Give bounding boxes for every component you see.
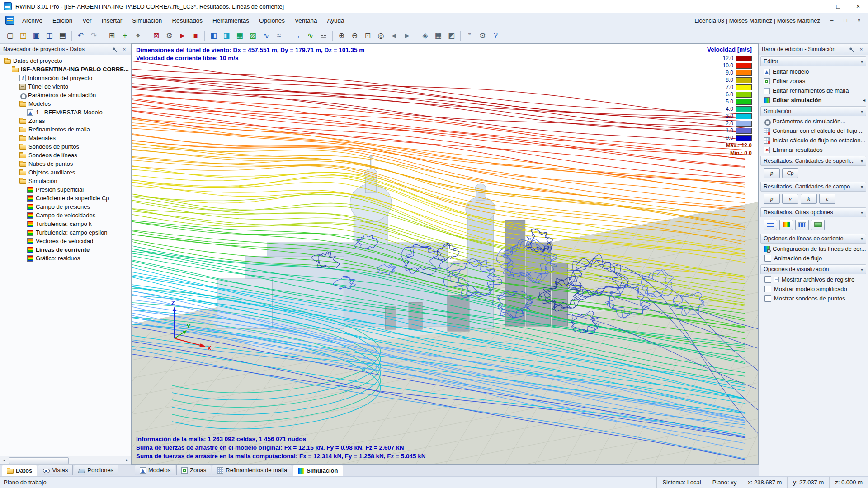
result-button-p[interactable]: p <box>764 168 780 178</box>
streamlines-button[interactable]: ∿ <box>304 29 317 42</box>
result-button-p[interactable]: p <box>764 194 780 204</box>
cp-coefficient-button[interactable]: ◨ <box>220 29 233 42</box>
editbar-item-continuar-con-el-calculo-del-flujo[interactable]: Continuar con el cálculo del flujo ... <box>759 126 868 136</box>
simulation-parameters-button[interactable]: ⚙ <box>163 29 176 42</box>
check-option-animacion-de-flujo[interactable]: Animación de flujo <box>759 253 868 263</box>
edit-bar-close-icon[interactable]: × <box>858 46 865 53</box>
tree-item-campo-de-velocidades[interactable]: Campo de velocidades <box>0 211 131 220</box>
stop-simulation-button[interactable]: ■ <box>189 29 202 42</box>
tree-item-presion-superficial[interactable]: Presión superficial <box>0 185 131 194</box>
save-button[interactable]: ▣ <box>30 29 43 42</box>
program-options-button[interactable]: ⚙ <box>476 29 489 42</box>
tree-item-datos-del-proyecto[interactable]: Datos del proyecto <box>0 56 131 65</box>
section-header-resultados-cantidades-de-superfi[interactable]: Resultados. Cantidades de superfi...▾ <box>760 156 866 166</box>
tree-item-turbulencia-campo-epsilon[interactable]: Turbulencia: campo epsilon <box>0 228 131 237</box>
check-option-mostrar-archivos-de-registro[interactable]: Mostrar archivos de registro <box>759 275 868 284</box>
editbar-item-parametros-de-simulacion[interactable]: Parámetros de simulación... <box>759 117 868 126</box>
check-option-mostrar-sondeos-de-puntos[interactable]: Mostrar sondeos de puntos <box>759 294 868 303</box>
scrollbar-thumb[interactable] <box>9 457 69 464</box>
tree-item-turbulencia-campo-k[interactable]: Turbulencia: campo k <box>0 220 131 228</box>
turbulence-epsilon-button[interactable]: ≈ <box>273 29 286 42</box>
section-header-resultados-cantidades-de-campo[interactable]: Resultados. Cantidades de campo...▾ <box>760 182 866 192</box>
editbar-item-editar-refinamientos-de-malla[interactable]: Editar refinamientos de malla <box>759 86 868 95</box>
tree-item-nubes-de-puntos[interactable]: Nubes de puntos <box>0 160 131 168</box>
navigator-close-icon[interactable]: × <box>121 46 128 53</box>
section-header-editor[interactable]: Editor▾ <box>760 56 866 66</box>
section-header-opciones-de-lineas-de-corriente[interactable]: Opciones de líneas de corriente▾ <box>760 234 866 244</box>
section-header-simulacion[interactable]: Simulación▾ <box>760 106 866 116</box>
pressure-field-button[interactable]: ▦ <box>233 29 246 42</box>
tree-item-sondeos-de-lineas[interactable]: Sondeos de líneas <box>0 151 131 160</box>
editbar-item-eliminar-resultados[interactable]: Eliminar resultados <box>759 145 868 155</box>
editbar-item-editar-simulacion[interactable]: Editar simulación◄ <box>759 95 868 105</box>
result-button-v[interactable]: v <box>782 194 798 204</box>
undo-button[interactable]: ↶ <box>74 29 87 42</box>
section-header-opciones-de-visualizacion[interactable]: Opciones de visualización▾ <box>760 264 866 274</box>
redo-button[interactable]: ↷ <box>87 29 100 42</box>
scroll-right-icon[interactable]: ► <box>123 457 131 464</box>
checkbox[interactable] <box>764 276 771 283</box>
mdi-restore-button[interactable]: □ <box>839 15 852 26</box>
scrollbar-track[interactable] <box>8 457 123 463</box>
streamline-colored-button[interactable] <box>779 220 793 230</box>
tree-item-isf-argentina-ing-pablo-corre[interactable]: ISF-ARGENTINA-ING PABLO CORRE... <box>0 65 131 74</box>
menu-archivo[interactable]: Archivo <box>17 14 47 27</box>
zoom-in-button[interactable]: ⊕ <box>335 29 348 42</box>
tree-item-parametros-de-simulacion[interactable]: Parámetros de simulación <box>0 91 131 99</box>
velocity-field-button[interactable]: ▨ <box>246 29 259 42</box>
viewport-tab-simulacion[interactable]: Simulación <box>293 465 343 476</box>
navigator-tab-datos[interactable]: Datos <box>2 465 37 476</box>
menu-insertar[interactable]: Insertar <box>97 14 127 27</box>
checkbox[interactable] <box>764 286 771 292</box>
minimize-button[interactable]: – <box>808 0 828 13</box>
menu-ventana[interactable]: Ventana <box>290 14 322 27</box>
result-button-k[interactable]: k <box>801 194 817 204</box>
display-options-button[interactable]: * <box>463 29 476 42</box>
mdi-close-button[interactable]: × <box>853 15 865 26</box>
zoom-out-button[interactable]: ⊖ <box>348 29 361 42</box>
menu-herramientas[interactable]: Herramientas <box>208 14 254 27</box>
copy-view-button[interactable]: ⊞ <box>105 29 118 42</box>
help-button[interactable]: ? <box>489 29 502 42</box>
editbar-item-configuracion-de-las-lineas-de-cor[interactable]: Configuración de las líneas de cor... <box>759 244 868 253</box>
velocity-vectors-button[interactable]: → <box>291 29 304 42</box>
residuals-chart-button[interactable]: ☲ <box>317 29 330 42</box>
pin-icon[interactable] <box>111 46 118 53</box>
tree-item-materiales[interactable]: Materiales <box>0 134 131 142</box>
tree-item-grafico-residuos[interactable]: Gráfico: residuos <box>0 254 131 263</box>
editbar-item-editar-modelo[interactable]: Editar modelo <box>759 67 868 76</box>
tree-item-refinamientos-de-malla[interactable]: Refinamientos de malla <box>0 125 131 134</box>
tree-item-sondeos-de-puntos[interactable]: Sondeos de puntos <box>0 142 131 151</box>
scroll-left-icon[interactable]: ◄ <box>0 457 8 464</box>
mdi-minimize-button[interactable]: – <box>826 15 838 26</box>
next-view-button[interactable]: ► <box>401 29 414 42</box>
tree-item-coeficiente-de-superficie-cp[interactable]: Coeficiente de superficie Cp <box>0 194 131 202</box>
tree-item-tunel-de-viento[interactable]: Túnel de viento <box>0 82 131 91</box>
viewport-tab-refinamientos-de-malla[interactable]: Refinamientos de malla <box>212 465 292 475</box>
turbulence-k-button[interactable]: ∿ <box>259 29 273 42</box>
close-button[interactable]: × <box>848 0 868 13</box>
viewport-tab-zonas[interactable]: Zonas <box>176 465 211 475</box>
menu-edicion[interactable]: Edición <box>47 14 77 27</box>
new-model-button[interactable]: ▢ <box>4 29 17 42</box>
checkbox[interactable] <box>764 255 771 262</box>
menu-opciones[interactable]: Opciones <box>254 14 290 27</box>
editbar-item-iniciar-calculo-de-flujo-no-estacion[interactable]: Iniciar cálculo de flujo no estacion... <box>759 136 868 145</box>
result-button-cp[interactable]: Cp <box>782 168 798 178</box>
tree-item-objetos-auxiliares[interactable]: Objetos auxiliares <box>0 168 131 177</box>
streamlines-3d-scene[interactable]: ZXY <box>132 44 758 464</box>
isometric-view-button[interactable]: ◈ <box>419 29 432 42</box>
check-option-mostrar-modelo-simplificado[interactable]: Mostrar modelo simplificado <box>759 284 868 294</box>
start-simulation-button[interactable]: ► <box>176 29 189 42</box>
tree-item-lineas-de-corriente[interactable]: Líneas de corriente <box>0 245 131 254</box>
wind-tunnel-button[interactable]: ⊠ <box>150 29 163 42</box>
tree-item-modelos[interactable]: Modelos <box>0 99 131 108</box>
print-button[interactable]: ▤ <box>56 29 69 42</box>
streamline-surface-button[interactable] <box>811 220 825 230</box>
previous-view-button[interactable]: ◄ <box>387 29 401 42</box>
menu-ver[interactable]: Ver <box>77 14 96 27</box>
center-view-button[interactable]: ⌖ <box>132 29 145 42</box>
surface-pressure-button[interactable]: ◧ <box>207 29 220 42</box>
checkbox[interactable] <box>764 295 771 302</box>
pin-icon[interactable] <box>848 46 855 53</box>
